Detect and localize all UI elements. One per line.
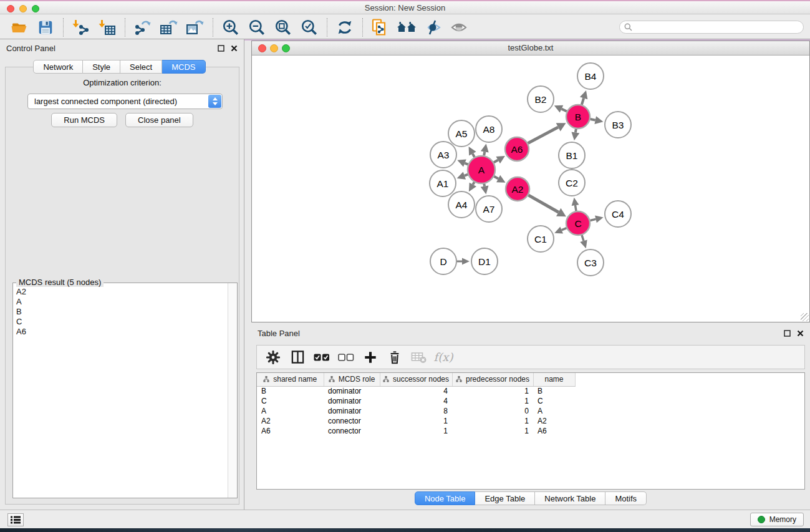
- table-row[interactable]: Adominator80A: [257, 406, 575, 416]
- float-table-panel-icon[interactable]: [784, 330, 791, 337]
- table-cell[interactable]: B: [257, 386, 324, 396]
- table-cell[interactable]: 4: [380, 386, 452, 396]
- table-cell[interactable]: A2: [533, 416, 575, 426]
- minimize-window-button[interactable]: [19, 5, 27, 12]
- graph-node-A3[interactable]: A3: [430, 142, 456, 168]
- graph-node-A6[interactable]: A6: [505, 137, 529, 161]
- tab-select[interactable]: Select: [120, 60, 162, 74]
- graph-node-A[interactable]: A: [468, 156, 495, 183]
- unselect-all-columns-button[interactable]: [338, 349, 354, 366]
- table-cell[interactable]: 1: [452, 386, 533, 396]
- close-table-panel-icon[interactable]: [797, 330, 804, 337]
- table-row[interactable]: A6connector11A6: [257, 426, 575, 436]
- table-cell[interactable]: connector: [324, 426, 380, 436]
- refresh-button[interactable]: [332, 17, 358, 38]
- close-window-button[interactable]: [7, 5, 14, 12]
- graph-edge-A-A6[interactable]: [494, 156, 505, 163]
- zoom-fit-button[interactable]: [270, 17, 296, 38]
- task-history-button[interactable]: [7, 513, 24, 526]
- tab-motifs[interactable]: Motifs: [605, 491, 647, 505]
- graph-node-C1[interactable]: C1: [528, 226, 554, 252]
- export-network-button[interactable]: [130, 17, 156, 38]
- close-panel-icon[interactable]: [231, 45, 238, 52]
- table-cell[interactable]: connector: [324, 416, 380, 426]
- table-cell[interactable]: dominator: [324, 386, 380, 396]
- zoom-in-button[interactable]: [218, 17, 244, 38]
- graph-node-A1[interactable]: A1: [430, 170, 456, 196]
- graph-node-C3[interactable]: C3: [577, 249, 604, 276]
- column-header-MCDS-role[interactable]: MCDS role: [324, 373, 380, 386]
- graph-node-A5[interactable]: A5: [448, 120, 475, 147]
- graph-node-B[interactable]: B: [566, 105, 590, 128]
- graph-node-C4[interactable]: C4: [605, 201, 631, 227]
- graph-node-A4[interactable]: A4: [448, 191, 475, 218]
- mcds-result-item[interactable]: A2: [14, 287, 227, 297]
- graph-node-B1[interactable]: B1: [559, 142, 585, 168]
- window-resize-grip[interactable]: [801, 313, 809, 321]
- graph-edge-D-D1[interactable]: [457, 258, 470, 265]
- table-cell[interactable]: dominator: [324, 406, 380, 416]
- graph-edge-A-A2[interactable]: [494, 175, 505, 183]
- table-cell[interactable]: C: [533, 396, 575, 406]
- graph-edge-A-A5[interactable]: [469, 147, 476, 157]
- table-cell[interactable]: 1: [380, 416, 452, 426]
- table-cell[interactable]: C: [257, 396, 324, 406]
- graph-node-A8[interactable]: A8: [476, 116, 502, 142]
- zoom-selected-button[interactable]: [296, 17, 322, 38]
- tab-edge-table[interactable]: Edge Table: [475, 491, 535, 505]
- graph-edge-A2-C[interactable]: [528, 195, 566, 216]
- table-cell[interactable]: dominator: [324, 396, 380, 406]
- mcds-result-item[interactable]: A: [14, 297, 227, 307]
- toggle-graphics-details-button[interactable]: [420, 17, 446, 38]
- run-mcds-button[interactable]: Run MCDS: [51, 113, 117, 127]
- function-builder-button[interactable]: f(x): [435, 349, 451, 366]
- tab-network-table[interactable]: Network Table: [535, 491, 605, 505]
- save-session-button[interactable]: [32, 17, 59, 38]
- column-header-predecessor-nodes[interactable]: predecessor nodes: [452, 373, 533, 386]
- network-minimize-button[interactable]: [270, 44, 278, 52]
- show-columns-button[interactable]: [289, 349, 306, 366]
- graph-node-B3[interactable]: B3: [605, 112, 631, 138]
- graph-edge-C-C3[interactable]: [580, 235, 587, 248]
- memory-button[interactable]: Memory: [750, 513, 804, 526]
- column-header-successor-nodes[interactable]: successor nodes: [380, 373, 452, 386]
- network-canvas[interactable]: AA6A2BCA5A8A3A1A4A7B2B4B3B1C2C4C1C3DD1: [252, 56, 809, 322]
- graph-node-A2[interactable]: A2: [506, 177, 529, 201]
- table-cell[interactable]: 1: [380, 426, 452, 436]
- network-close-button[interactable]: [258, 44, 266, 52]
- export-table-button[interactable]: [156, 17, 182, 38]
- delete-table-button[interactable]: [411, 349, 427, 366]
- graph-node-B4[interactable]: B4: [577, 63, 604, 89]
- graph-edge-A-A3[interactable]: [457, 159, 468, 167]
- tab-mcds[interactable]: MCDS: [162, 60, 205, 74]
- graph-edge-B-B2[interactable]: [554, 105, 567, 113]
- graph-node-C2[interactable]: C2: [559, 170, 585, 196]
- graph-edge-B-B4[interactable]: [580, 90, 587, 105]
- table-cell[interactable]: 0: [452, 406, 533, 416]
- table-settings-button[interactable]: [265, 349, 281, 366]
- import-network-button[interactable]: [68, 17, 94, 38]
- graph-edge-B-B1[interactable]: [571, 129, 579, 141]
- export-image-button[interactable]: [182, 17, 208, 38]
- import-table-button[interactable]: [94, 17, 120, 38]
- delete-column-button[interactable]: [387, 349, 403, 366]
- graph-edge-B-B3[interactable]: [591, 116, 604, 124]
- table-row[interactable]: Cdominator41C: [257, 396, 575, 406]
- criterion-dropdown[interactable]: largest connected component (directed): [27, 94, 223, 109]
- mcds-result-item[interactable]: A6: [14, 327, 227, 337]
- network-window-titlebar[interactable]: testGlobe.txt: [252, 41, 809, 56]
- table-cell[interactable]: A6: [257, 426, 324, 436]
- add-column-button[interactable]: [362, 349, 378, 366]
- duplicate-network-button[interactable]: [367, 17, 393, 38]
- graph-edge-A6-B[interactable]: [528, 123, 566, 143]
- show-hide-button[interactable]: [446, 17, 472, 38]
- graph-edge-C-C2[interactable]: [572, 198, 579, 211]
- mcds-result-item[interactable]: B: [14, 307, 227, 317]
- graph-node-D[interactable]: D: [430, 248, 456, 274]
- graph-edge-A-A8[interactable]: [481, 144, 489, 156]
- graph-edge-C-C1[interactable]: [554, 226, 566, 233]
- table-cell[interactable]: A: [257, 406, 324, 416]
- table-cell[interactable]: 1: [452, 416, 533, 426]
- table-cell[interactable]: B: [533, 386, 575, 396]
- table-row[interactable]: Bdominator41B: [257, 386, 575, 396]
